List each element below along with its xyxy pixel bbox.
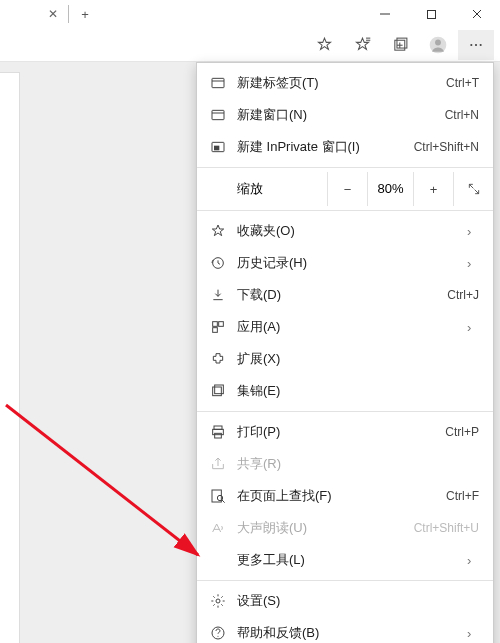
menu-item-favorites[interactable]: 收藏夹(O) › bbox=[197, 215, 493, 247]
close-window-button[interactable] bbox=[454, 0, 500, 28]
svg-line-34 bbox=[222, 500, 225, 503]
menu-separator bbox=[197, 411, 493, 412]
menu-separator bbox=[197, 580, 493, 581]
find-icon bbox=[209, 487, 227, 505]
menu-item-share: 共享(R) bbox=[197, 448, 493, 480]
menu-label: 扩展(X) bbox=[237, 350, 479, 368]
profile-button[interactable] bbox=[420, 30, 456, 60]
menu-item-new-window[interactable]: 新建窗口(N) Ctrl+N bbox=[197, 99, 493, 131]
menu-item-find[interactable]: 在页面上查找(F) Ctrl+F bbox=[197, 480, 493, 512]
downloads-icon bbox=[209, 286, 227, 304]
zoom-in-button[interactable]: + bbox=[413, 172, 453, 206]
menu-item-more-tools[interactable]: 更多工具(L) › bbox=[197, 544, 493, 576]
svg-rect-1 bbox=[427, 10, 435, 18]
menu-shortcut: Ctrl+J bbox=[447, 288, 479, 302]
minimize-button[interactable] bbox=[362, 0, 408, 28]
zoom-label: 缩放 bbox=[237, 180, 327, 198]
profile-icon bbox=[428, 35, 448, 55]
menu-item-apps[interactable]: 应用(A) › bbox=[197, 311, 493, 343]
star-outline-icon bbox=[316, 36, 333, 53]
svg-point-33 bbox=[217, 495, 222, 500]
menu-item-new-inprivate[interactable]: 新建 InPrivate 窗口(I) Ctrl+Shift+N bbox=[197, 131, 493, 163]
svg-rect-7 bbox=[396, 38, 406, 48]
menu-label: 在页面上查找(F) bbox=[237, 487, 436, 505]
fullscreen-button[interactable] bbox=[453, 172, 493, 206]
close-icon bbox=[471, 8, 483, 20]
chevron-right-icon: › bbox=[467, 626, 479, 641]
extensions-icon bbox=[209, 350, 227, 368]
close-tab-icon[interactable]: ✕ bbox=[48, 7, 58, 21]
menu-item-settings[interactable]: 设置(S) bbox=[197, 585, 493, 617]
more-icon bbox=[468, 37, 484, 53]
menu-label: 应用(A) bbox=[237, 318, 457, 336]
menu-label: 大声朗读(U) bbox=[237, 519, 404, 537]
favorites-icon bbox=[209, 222, 227, 240]
collections-icon bbox=[209, 382, 227, 400]
menu-label: 设置(S) bbox=[237, 592, 479, 610]
menu-label: 帮助和反馈(B) bbox=[237, 624, 457, 642]
menu-item-help[interactable]: 帮助和反馈(B) › bbox=[197, 617, 493, 643]
blank-icon bbox=[209, 551, 227, 569]
menu-label: 新建窗口(N) bbox=[237, 106, 435, 124]
history-icon bbox=[209, 254, 227, 272]
menu-shortcut: Ctrl+T bbox=[446, 76, 479, 90]
menu-shortcut: Ctrl+Shift+N bbox=[414, 140, 479, 154]
zoom-row: 缩放 − 80% + bbox=[197, 172, 493, 206]
minimize-icon bbox=[379, 8, 391, 20]
print-icon bbox=[209, 423, 227, 441]
menu-separator bbox=[197, 167, 493, 168]
collections-button[interactable] bbox=[382, 30, 418, 60]
read-aloud-icon bbox=[209, 519, 227, 537]
svg-point-37 bbox=[217, 636, 218, 637]
menu-shortcut: Ctrl+N bbox=[445, 108, 479, 122]
new-window-icon bbox=[209, 106, 227, 124]
menu-item-print[interactable]: 打印(P) Ctrl+P bbox=[197, 416, 493, 448]
apps-icon bbox=[209, 318, 227, 336]
favorites-button[interactable] bbox=[344, 30, 380, 60]
svg-point-35 bbox=[216, 599, 220, 603]
address-star-button[interactable] bbox=[306, 30, 342, 60]
menu-label: 下载(D) bbox=[237, 286, 437, 304]
svg-rect-15 bbox=[212, 78, 224, 87]
chevron-right-icon: › bbox=[467, 553, 479, 568]
overflow-menu: 新建标签页(T) Ctrl+T 新建窗口(N) Ctrl+N 新建 InPriv… bbox=[196, 62, 494, 643]
menu-item-collections[interactable]: 集锦(E) bbox=[197, 375, 493, 407]
zoom-out-button[interactable]: − bbox=[327, 172, 367, 206]
menu-shortcut: Ctrl+Shift+U bbox=[414, 521, 479, 535]
new-tab-button[interactable]: + bbox=[71, 0, 99, 28]
menu-item-read-aloud: 大声朗读(U) Ctrl+Shift+U bbox=[197, 512, 493, 544]
help-icon bbox=[209, 624, 227, 642]
svg-point-13 bbox=[475, 43, 477, 45]
window-controls bbox=[362, 0, 500, 28]
fullscreen-icon bbox=[467, 182, 481, 196]
tab[interactable]: ✕ bbox=[40, 0, 66, 28]
maximize-button[interactable] bbox=[408, 0, 454, 28]
menu-item-history[interactable]: 历史记录(H) › bbox=[197, 247, 493, 279]
tab-divider bbox=[68, 5, 69, 23]
toolbar bbox=[0, 28, 500, 62]
plus-icon: + bbox=[81, 7, 89, 22]
menu-label: 新建 InPrivate 窗口(I) bbox=[237, 138, 404, 156]
menu-label: 历史记录(H) bbox=[237, 254, 457, 272]
menu-item-downloads[interactable]: 下载(D) Ctrl+J bbox=[197, 279, 493, 311]
svg-rect-25 bbox=[219, 322, 224, 327]
menu-separator bbox=[197, 210, 493, 211]
menu-shortcut: Ctrl+P bbox=[445, 425, 479, 439]
menu-label: 新建标签页(T) bbox=[237, 74, 436, 92]
menu-label: 打印(P) bbox=[237, 423, 435, 441]
chevron-right-icon: › bbox=[467, 224, 479, 239]
menu-shortcut: Ctrl+F bbox=[446, 489, 479, 503]
svg-point-12 bbox=[470, 43, 472, 45]
menu-item-extensions[interactable]: 扩展(X) bbox=[197, 343, 493, 375]
chevron-right-icon: › bbox=[467, 256, 479, 271]
svg-line-22 bbox=[474, 190, 478, 194]
page-edge bbox=[0, 72, 20, 643]
menu-label: 收藏夹(O) bbox=[237, 222, 457, 240]
svg-rect-17 bbox=[212, 110, 224, 119]
svg-rect-24 bbox=[213, 322, 218, 327]
menu-item-new-tab[interactable]: 新建标签页(T) Ctrl+T bbox=[197, 67, 493, 99]
svg-point-14 bbox=[480, 43, 482, 45]
svg-line-21 bbox=[469, 184, 473, 188]
more-menu-button[interactable] bbox=[458, 30, 494, 60]
svg-rect-20 bbox=[214, 146, 219, 151]
